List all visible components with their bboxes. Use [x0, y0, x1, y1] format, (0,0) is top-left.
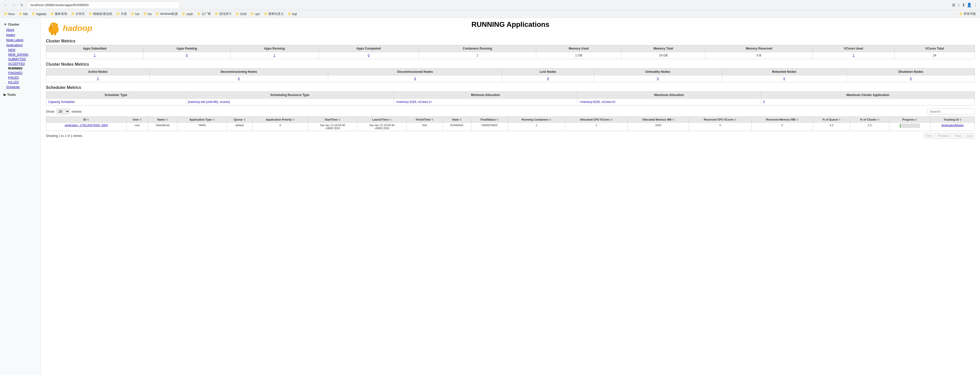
search-input[interactable] [928, 109, 975, 115]
bookmark-windows[interactable]: 📁 windows机器 [154, 11, 180, 17]
data-table-header-4[interactable]: Queue ⇅ [227, 117, 252, 123]
folder-icon: 📁 [251, 12, 254, 16]
address-bar[interactable] [27, 2, 180, 9]
nodes-metric-value-3[interactable]: 0 [502, 75, 593, 82]
data-table-header-8[interactable]: FinishTime ⇅ [407, 117, 443, 123]
bookmark-service-discovery[interactable]: 📁 服务发现 [49, 11, 68, 17]
downloads-icon[interactable]: ⬇ [962, 3, 965, 7]
table-cell-6: Sat Jan 13 18:59:30 +0800 2024 [308, 123, 357, 131]
sidebar-item-finished[interactable]: FINISHED [2, 71, 38, 75]
data-table-header-12[interactable]: Allocated CPU VCores ⇅ [565, 117, 628, 123]
sidebar-item-failed[interactable]: FAILED [2, 75, 38, 80]
scheduler-metric-value-2: <memory:1024, vCores:1> [393, 99, 577, 105]
bookmark-tce[interactable]: 📁 tce [129, 12, 141, 16]
nodes-metric-value-2[interactable]: 0 [328, 75, 502, 82]
cluster-metric-value-3[interactable]: 0 [318, 52, 418, 59]
previous-page-button[interactable]: Previous [935, 133, 952, 139]
sidebar-item-nodes[interactable]: Nodes [2, 32, 38, 38]
data-table-header-6[interactable]: StartTime ⇅ [308, 117, 357, 123]
cluster-metric-value-1[interactable]: 0 [143, 52, 230, 59]
bookmark-bigdata[interactable]: 📁 bigdata [30, 12, 48, 16]
sidebar-item-new[interactable]: NEW [2, 48, 38, 53]
nodes-metric-value-4[interactable]: 0 [594, 75, 722, 82]
table-cell-0[interactable]: application_1705139476550_0004 [46, 123, 127, 131]
data-table-header-9[interactable]: State ⇅ [443, 117, 471, 123]
cluster-metric-value-4: 1 [419, 52, 536, 59]
extensions-icon[interactable]: ⊞ [952, 3, 955, 7]
chevron-right-icon: ▶ [3, 93, 6, 97]
data-table-header-10[interactable]: FinalStatus ⇅ [471, 117, 508, 123]
nodes-metric-header-1: Decommissioning Nodes [150, 69, 328, 75]
bookmark-k8s[interactable]: 📁 k8s [18, 12, 30, 16]
sidebar-item-about[interactable]: About [2, 27, 38, 32]
data-table-header-16[interactable]: % of Queue ⇅ [813, 117, 850, 123]
data-table-header-1[interactable]: User ⇅ [126, 117, 148, 123]
sidebar-item-scheduler[interactable]: Scheduler [2, 85, 38, 90]
first-page-button[interactable]: First [924, 133, 934, 139]
data-table-header-0[interactable]: ID ⇅ [46, 117, 127, 123]
sidebar-item-new-saving[interactable]: NEW_SAVING [2, 53, 38, 57]
forward-button[interactable]: → [11, 2, 17, 8]
bookmark-tsql[interactable]: 📁 tsql [286, 12, 299, 16]
sort-icon: ⇅ [243, 118, 245, 121]
bookmark-ceph[interactable]: 📁 ceph [180, 12, 194, 16]
bookmark-distributed[interactable]: 📁 分布式 [70, 11, 86, 17]
sidebar-item-node-labels[interactable]: Node Labels [2, 38, 38, 43]
data-table-header-5[interactable]: Application Priority ⇅ [252, 117, 308, 123]
data-table-header-2[interactable]: Name ⇅ [148, 117, 177, 123]
bookmark-icon[interactable]: ☆ [957, 3, 960, 7]
table-cell-9: RUNNING [443, 123, 471, 131]
sidebar-item-applications[interactable]: Applications [2, 43, 38, 48]
bookmark-tianxun[interactable]: 📁 天巡 [115, 11, 128, 17]
bookmark-vpn[interactable]: 📁 vpn [249, 12, 261, 16]
entries-per-page-select[interactable]: 10 20 50 100 [56, 109, 70, 115]
data-table-header-14[interactable]: Reserved CPU VCores ⇅ [689, 117, 752, 123]
data-table-header-7[interactable]: LaunchTime ⇅ [357, 117, 407, 123]
bookmark-fresh[interactable]: 📁 新鲜玩意儿 [262, 11, 285, 17]
folder-icon: 📁 [4, 12, 8, 16]
bookmark-all[interactable]: 📁 所有书签 [958, 11, 977, 17]
next-page-button[interactable]: Next [953, 133, 964, 139]
nodes-metric-value-6[interactable]: 0 [847, 75, 975, 82]
nodes-metric-value-1[interactable]: 0 [150, 75, 328, 82]
table-cell-19[interactable]: ApplicationMaster [930, 123, 975, 131]
cluster-metrics-table: Apps SubmittedApps PendingApps RunningAp… [46, 45, 975, 59]
scheduler-metric-value-4: 0 [761, 99, 975, 105]
nodes-metric-header-0: Active Nodes [46, 69, 150, 75]
scheduler-metric-header-3: Maximum Allocation [577, 92, 761, 99]
back-button[interactable]: ← [3, 2, 9, 8]
sidebar-tools-header[interactable]: ▶ Tools [2, 92, 38, 97]
sidebar-item-killed[interactable]: KILLED [2, 80, 38, 85]
bookmark-jumpserver[interactable]: 📁 跳板机/堡垒机 [87, 11, 114, 17]
cluster-metric-value-7: 0 B [705, 52, 813, 59]
cluster-metric-value-5: 1 GB [536, 52, 621, 59]
data-table-header-11[interactable]: Running Containers ⇅ [508, 117, 565, 123]
data-table-header-17[interactable]: % of Cluster ⇅ [850, 117, 889, 123]
bookmark-all-bookmarks[interactable]: 📁 linux [3, 12, 16, 16]
menu-icon[interactable]: ⋮ [974, 3, 977, 7]
data-table-header-15[interactable]: Reserved Memory MB ⇅ [751, 117, 813, 123]
sidebar-item-running[interactable]: RUNNING [2, 66, 38, 71]
cluster-metric-value-2[interactable]: 1 [230, 52, 318, 59]
sidebar-item-accepted[interactable]: ACCEPTED [2, 62, 38, 66]
sort-icon: ⇅ [431, 118, 433, 121]
data-table-header-19[interactable]: Tracking UI ⇅ [930, 117, 975, 123]
bookmark-tcs[interactable]: 📁 tcs [142, 12, 153, 16]
bookmark-cloud[interactable]: 📁 云厂商 [196, 11, 212, 17]
data-table-header-18[interactable]: Progress ⇅ [889, 117, 930, 123]
svg-rect-9 [54, 33, 56, 35]
sidebar-cluster-header[interactable]: ▼ Cluster [2, 21, 38, 27]
refresh-button[interactable]: ↻ [19, 2, 25, 8]
last-page-button[interactable]: Last [964, 133, 975, 139]
nodes-metric-value-0[interactable]: 3 [46, 75, 150, 82]
data-table-header-13[interactable]: Allocated Memory MB ⇅ [628, 117, 689, 123]
cluster-metric-header-7: Memory Reserved [705, 45, 813, 52]
nodes-metrics-table: Active NodesDecommissioning NodesDecommi… [46, 68, 975, 82]
bookmark-3100[interactable]: 📁 3100 [234, 12, 248, 16]
bookmark-chaos[interactable]: 📁 混沌演习 [213, 11, 233, 17]
sidebar-item-submitted[interactable]: SUBMITTED [2, 57, 38, 62]
cluster-metric-value-0[interactable]: 1 [46, 52, 143, 59]
nodes-metric-value-5[interactable]: 0 [722, 75, 847, 82]
profile-icon[interactable]: 👤 [967, 3, 972, 7]
data-table-header-3[interactable]: Application Type ⇅ [177, 117, 227, 123]
